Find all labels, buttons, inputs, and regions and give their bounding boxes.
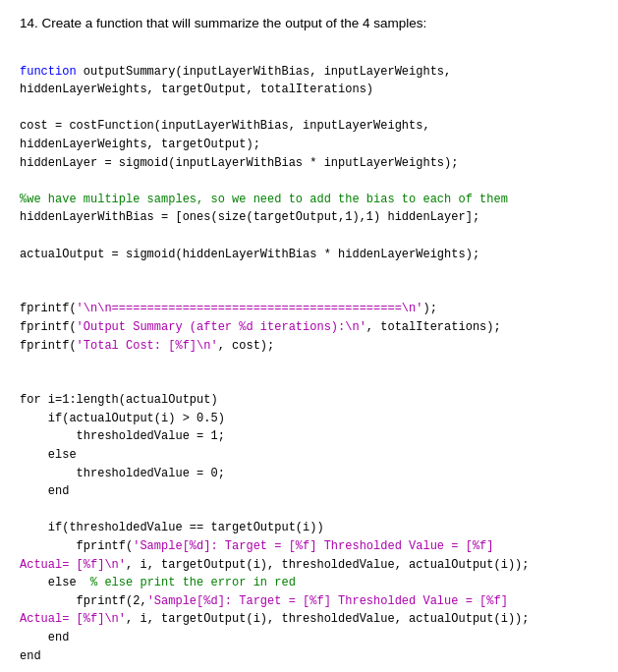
question-header: 14. Create a function that will summariz… <box>20 16 598 30</box>
code-block: function outputSummary(inputLayerWithBia… <box>20 44 598 672</box>
